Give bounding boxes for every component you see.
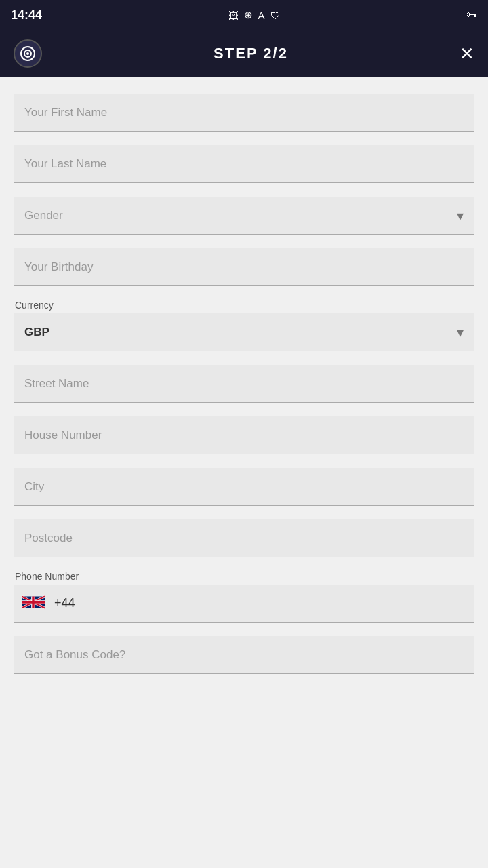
street-name-input[interactable] <box>14 365 474 403</box>
postcode-input[interactable] <box>14 519 474 557</box>
first-name-group <box>14 94 474 132</box>
last-name-input[interactable] <box>14 145 474 183</box>
close-button[interactable]: ✕ <box>460 45 474 62</box>
currency-label: Currency <box>14 300 474 311</box>
birthday-input[interactable] <box>14 248 474 286</box>
city-input[interactable] <box>14 468 474 506</box>
phone-group: Phone Number +44 <box>14 571 474 623</box>
font-icon: A <box>258 9 265 21</box>
logo-icon <box>14 39 42 68</box>
first-name-input[interactable] <box>14 94 474 132</box>
key-icon: 🗝 <box>466 9 477 21</box>
status-bar: 14:44 🖼 ⊕ A 🛡 🗝 <box>0 0 488 30</box>
currency-select-wrapper: GBP USD EUR AUD ▾ <box>14 313 474 351</box>
svg-point-2 <box>26 52 29 55</box>
currency-group: Currency GBP USD EUR AUD ▾ <box>14 300 474 351</box>
phone-input[interactable] <box>81 585 468 622</box>
last-name-group <box>14 145 474 183</box>
step-title: STEP 2/2 <box>214 45 288 62</box>
house-number-input[interactable] <box>14 416 474 454</box>
status-icons: 🖼 ⊕ A 🛡 <box>228 9 281 21</box>
bonus-code-group <box>14 636 474 674</box>
reddit-icon: ⊕ <box>244 9 253 21</box>
gender-select[interactable]: Gender Male Female Other <box>14 197 474 235</box>
form-container: Gender Male Female Other ▾ Currency GBP … <box>0 77 488 715</box>
gender-select-wrapper: Gender Male Female Other ▾ <box>14 197 474 235</box>
uk-flag-icon <box>22 595 49 612</box>
phone-code: +44 <box>54 596 75 610</box>
birthday-group <box>14 248 474 286</box>
image-icon: 🖼 <box>228 9 239 21</box>
postcode-group <box>14 519 474 557</box>
bonus-code-input[interactable] <box>14 636 474 674</box>
gender-group: Gender Male Female Other ▾ <box>14 197 474 235</box>
city-group <box>14 468 474 506</box>
house-number-group <box>14 416 474 454</box>
phone-label: Phone Number <box>14 571 474 582</box>
shield-icon: 🛡 <box>270 9 281 21</box>
currency-select[interactable]: GBP USD EUR AUD <box>14 313 474 351</box>
status-time: 14:44 <box>11 8 42 22</box>
phone-wrapper: +44 <box>14 585 474 623</box>
street-name-group <box>14 365 474 403</box>
header: STEP 2/2 ✕ <box>0 30 488 77</box>
